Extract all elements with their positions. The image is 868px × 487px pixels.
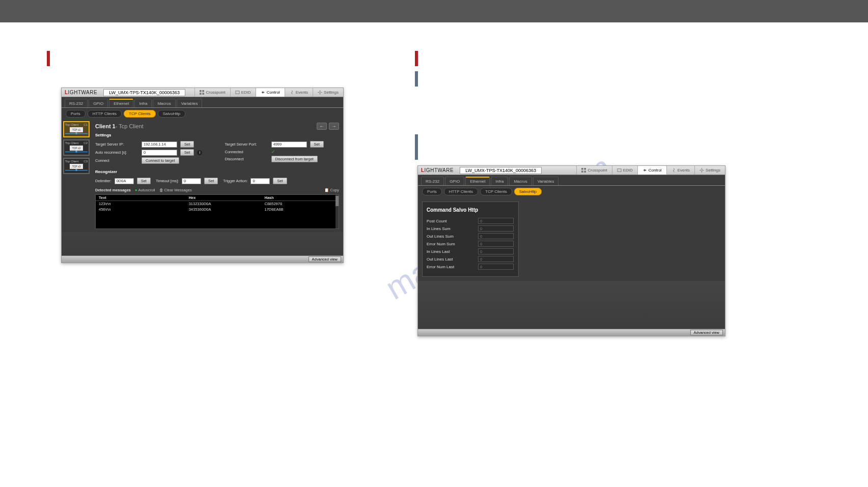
pill-ports[interactable]: Ports xyxy=(66,110,86,118)
panel-title: Client 1 - Tcp Client ← → xyxy=(95,123,339,130)
subtab-gpio[interactable]: GPIO xyxy=(445,177,464,185)
autoscroll-toggle[interactable]: ●Autoscroll xyxy=(135,188,155,192)
error-num-last-label: Error Num Last xyxy=(427,265,475,269)
tab-events[interactable]: Events xyxy=(285,88,313,97)
tab-crosspoint[interactable]: Crosspoint xyxy=(194,88,230,97)
connect-button[interactable]: Connect to target xyxy=(142,157,179,164)
tab-settings[interactable]: Settings xyxy=(313,88,343,97)
table-row: 456\r\n3435360D0A17D8EA8B xyxy=(96,207,339,212)
client-box-icon: TCP x1 xyxy=(70,127,83,132)
ip-input[interactable] xyxy=(142,141,177,148)
col-hash: Hash xyxy=(264,195,335,200)
error-num-sum-label: Error Num Sum xyxy=(427,242,475,246)
logo: LIGHTWARE xyxy=(62,90,100,95)
svg-point-11 xyxy=(701,169,703,171)
auto-input[interactable] xyxy=(142,150,177,156)
disconnect-button[interactable]: Disconnect from target xyxy=(271,156,318,162)
window-header: LIGHTWARE LW_UMX-TPS-TX140K_00006363 Cro… xyxy=(418,166,725,175)
subtab-gpio[interactable]: GPIO xyxy=(89,99,108,107)
next-client-button[interactable]: → xyxy=(329,123,339,130)
section-settings: Settings xyxy=(95,133,339,137)
auto-label: Auto reconnect [s]: xyxy=(95,150,138,155)
port-input[interactable] xyxy=(271,141,307,148)
subtab-macros[interactable]: Macros xyxy=(509,177,531,185)
svg-rect-6 xyxy=(581,168,583,170)
in-lines-sum-field xyxy=(478,225,514,232)
subtab-variables[interactable]: Variables xyxy=(533,177,559,185)
subtabs: RS-232 GPIO Ethernet Infra Macros Variab… xyxy=(62,97,343,108)
pill-http-clients[interactable]: HTTP Clients xyxy=(444,188,478,195)
device-name: LW_UMX-TPS-TX140K_00006363 xyxy=(460,167,542,174)
subtab-infra[interactable]: Infra xyxy=(491,177,508,185)
logo: LIGHTWARE xyxy=(418,167,457,173)
tab-edid[interactable]: EDID xyxy=(230,88,256,97)
delimiter-input[interactable] xyxy=(115,178,134,184)
port-set-button[interactable]: Set xyxy=(310,141,324,148)
post-count-label: Post Count xyxy=(427,219,475,223)
subtab-macros[interactable]: Macros xyxy=(153,99,175,107)
disconnect-label: Disconnect xyxy=(225,157,268,161)
auto-set-button[interactable]: Set xyxy=(180,149,194,156)
subtab-rs232[interactable]: RS-232 xyxy=(65,99,88,107)
copy-button[interactable]: 📋Copy xyxy=(324,188,339,192)
in-lines-last-field xyxy=(478,248,514,254)
salvo-panel: Command Salvo Http Post Count In Lines S… xyxy=(422,202,519,277)
window-footer: Advanced view xyxy=(418,329,725,336)
pill-salvohttp[interactable]: SalvoHttp xyxy=(514,188,542,195)
info-icon[interactable]: i xyxy=(197,150,202,155)
window-tcp-clients: LIGHTWARE LW_UMX-TPS-TX140K_00006363 Cro… xyxy=(61,88,344,263)
device-name: LW_UMX-TPS-TX140K_00006363 xyxy=(103,89,185,96)
pill-tcp-clients[interactable]: TCP Clients xyxy=(480,188,512,195)
sidebar-client-1[interactable]: Tcp ClientC1 TCP x1 xyxy=(63,121,90,137)
delimiter-set-button[interactable]: Set xyxy=(137,178,151,184)
svg-rect-0 xyxy=(200,90,202,92)
svg-rect-2 xyxy=(200,93,202,95)
subtab-ethernet[interactable]: Ethernet xyxy=(465,177,490,185)
trigger-input[interactable] xyxy=(250,178,270,184)
subtab-rs232[interactable]: RS-232 xyxy=(421,177,444,185)
clear-messages-button[interactable]: 🗑Clear Messages xyxy=(159,188,192,192)
client-box-icon: TCP x2 xyxy=(70,146,83,151)
tab-edid[interactable]: EDID xyxy=(612,166,637,175)
subtab-ethernet[interactable]: Ethernet xyxy=(109,99,133,107)
subtab-infra[interactable]: Infra xyxy=(134,99,152,107)
section-recognizer: Recognizer xyxy=(95,169,339,174)
pill-ports[interactable]: Ports xyxy=(422,188,442,195)
svg-rect-10 xyxy=(618,169,621,171)
ip-set-button[interactable]: Set xyxy=(180,141,194,148)
connected-check-icon: ✓ xyxy=(271,149,275,154)
window-salvohttp: LIGHTWARE LW_UMX-TPS-TX140K_00006363 Cro… xyxy=(417,165,725,336)
post-count-field xyxy=(478,218,514,224)
port-label: Target Server Port: xyxy=(225,142,268,147)
prev-client-button[interactable]: ← xyxy=(317,123,327,130)
advanced-view-button[interactable]: Advanced view xyxy=(309,256,341,262)
messages-table: TextHexHash 123\r\n3132330D0AC8852978 45… xyxy=(95,194,339,229)
tab-crosspoint[interactable]: Crosspoint xyxy=(576,166,611,175)
out-lines-last-label: Out Lines Last xyxy=(427,257,475,262)
pill-http-clients[interactable]: HTTP Clients xyxy=(88,110,122,118)
pill-tabs: Ports HTTP Clients TCP Clients SalvoHttp xyxy=(418,186,725,197)
detected-messages-label: Detected messages xyxy=(95,188,131,192)
delimiter-label: Delimiter: xyxy=(95,179,111,183)
tab-settings[interactable]: Settings xyxy=(694,166,725,175)
col-hex: Hex xyxy=(189,195,265,200)
tab-control[interactable]: Control xyxy=(637,166,666,175)
timeout-set-button[interactable]: Set xyxy=(204,178,218,184)
advanced-view-button[interactable]: Advanced view xyxy=(690,330,723,335)
pill-tcp-clients[interactable]: TCP Clients xyxy=(124,110,156,118)
sidebar-client-3[interactable]: Tcp ClientC3 TCP x3 xyxy=(63,158,90,174)
svg-rect-3 xyxy=(203,93,205,95)
trigger-set-button[interactable]: Set xyxy=(273,178,287,184)
window-footer: Advanced view xyxy=(62,255,343,263)
blue-accent-2 xyxy=(415,134,418,160)
sidebar-client-2[interactable]: Tcp ClientC2 TCP x2 xyxy=(63,139,90,156)
tab-events[interactable]: Events xyxy=(666,166,694,175)
out-lines-last-field xyxy=(478,256,514,262)
timeout-input[interactable] xyxy=(182,178,201,184)
scrollbar[interactable] xyxy=(335,195,339,228)
tab-control[interactable]: Control xyxy=(256,88,285,97)
subtab-variables[interactable]: Variables xyxy=(177,99,203,107)
blue-accent-1 xyxy=(415,71,418,87)
red-accent-2 xyxy=(415,51,418,66)
pill-salvohttp[interactable]: SalvoHttp xyxy=(158,110,186,118)
